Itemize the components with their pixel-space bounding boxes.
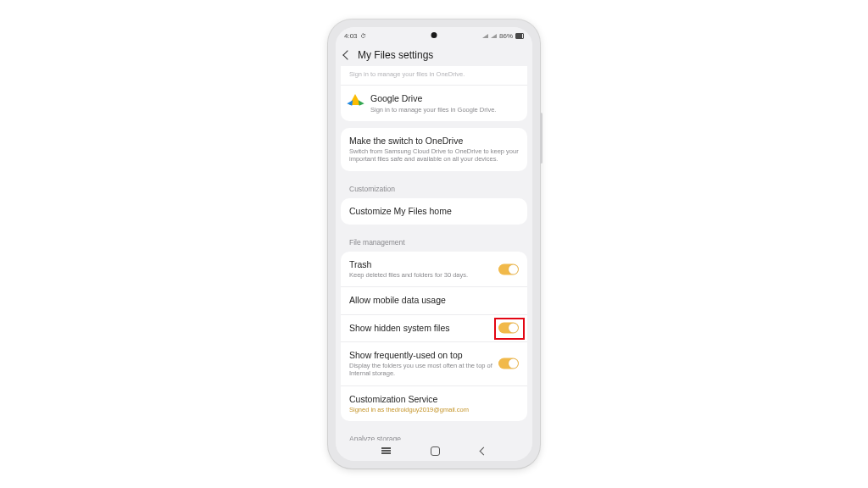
android-navbar [336, 441, 532, 461]
google-drive-title: Google Drive [370, 93, 496, 104]
signal-icon [491, 34, 497, 38]
google-drive-icon [349, 94, 362, 105]
trash-row[interactable]: Trash Keep deleted files and folders for… [341, 252, 527, 287]
show-hidden-row[interactable]: Show hidden system files [341, 314, 527, 341]
clock-small-icon: ⏱ [360, 33, 366, 39]
onedrive-switch-sub: Switch from Samsung Cloud Drive to OneDr… [349, 147, 519, 164]
trash-toggle[interactable] [498, 263, 519, 274]
show-hidden-toggle[interactable] [498, 323, 519, 334]
onedrive-signin-row[interactable]: Sign in to manage your files in OneDrive… [341, 66, 527, 85]
customization-service-title: Customization Service [349, 394, 519, 405]
battery-icon [515, 33, 524, 39]
settings-scroll[interactable]: Sign in to manage your files in OneDrive… [336, 66, 532, 441]
title-bar: My Files settings [336, 44, 532, 66]
customization-service-sub: Signed in as thedroidguy2019@gmail.com [349, 406, 519, 413]
mobile-data-label: Allow mobile data usage [349, 295, 519, 306]
phone-frame: 4:03 ⏱ 86% My Files settings [328, 19, 540, 469]
frequently-used-title: Show frequently-used on top [349, 350, 519, 361]
mobile-data-row[interactable]: Allow mobile data usage [341, 286, 527, 313]
customize-home-label: Customize My Files home [349, 206, 519, 217]
page-title: My Files settings [358, 49, 433, 61]
customize-home-row[interactable]: Customize My Files home [341, 198, 527, 225]
nav-recents-icon[interactable] [381, 450, 391, 451]
front-camera [431, 32, 437, 38]
battery-percent: 86% [499, 32, 513, 40]
customization-section-label: Customization [341, 178, 527, 198]
cloud-accounts-card: Sign in to manage your files in OneDrive… [341, 66, 527, 121]
status-time: 4:03 [344, 32, 358, 40]
file-management-card: Trash Keep deleted files and folders for… [341, 252, 527, 421]
phone-screen: 4:03 ⏱ 86% My Files settings [336, 27, 532, 461]
back-icon[interactable] [342, 50, 352, 59]
file-management-section-label: File management [341, 231, 527, 252]
onedrive-switch-title: Make the switch to OneDrive [349, 136, 519, 147]
trash-title: Trash [349, 259, 519, 270]
google-drive-sub: Sign in to manage your files in Google D… [370, 106, 496, 114]
trash-sub: Keep deleted files and folders for 30 da… [349, 271, 519, 279]
customization-service-row[interactable]: Customization Service Signed in as thedr… [341, 385, 527, 421]
frequently-used-toggle[interactable] [498, 358, 519, 369]
google-drive-row[interactable]: Google Drive Sign in to manage your file… [341, 85, 527, 121]
show-hidden-label: Show hidden system files [349, 323, 519, 334]
customization-card: Customize My Files home [341, 198, 527, 225]
onedrive-signin-sub: Sign in to manage your files in OneDrive… [349, 70, 519, 78]
frequently-used-row[interactable]: Show frequently-used on top Display the … [341, 341, 527, 385]
nav-back-icon[interactable] [480, 446, 488, 455]
frequently-used-sub: Display the folders you use most often a… [349, 362, 519, 378]
wifi-icon [482, 34, 488, 38]
analyze-storage-section-label: Analyze storage [341, 428, 527, 441]
onedrive-switch-card[interactable]: Make the switch to OneDrive Switch from … [341, 128, 527, 171]
nav-home-icon[interactable] [431, 446, 440, 456]
